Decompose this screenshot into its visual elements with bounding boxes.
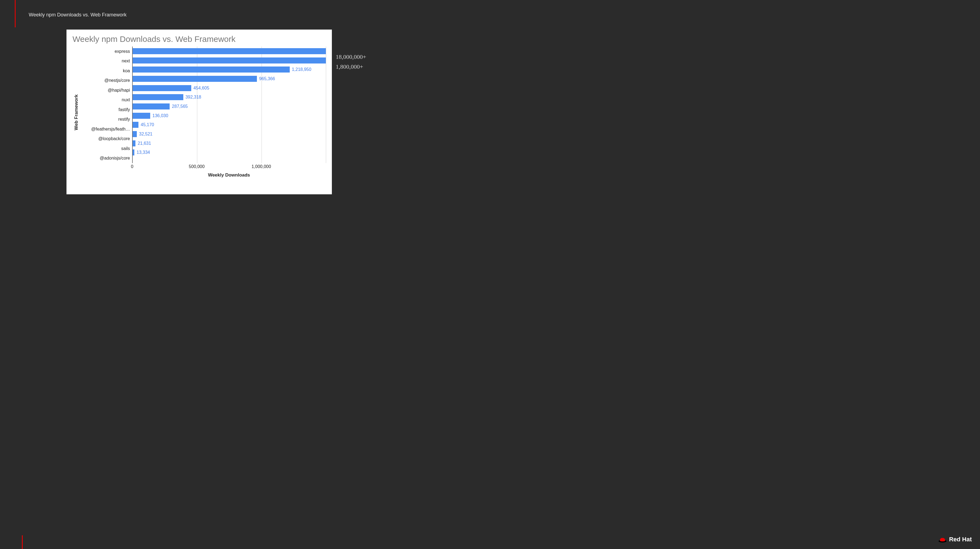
bar-value-label: 1,218,950 — [292, 67, 311, 72]
slide-title: Weekly npm Downloads vs. Web Framework — [29, 12, 126, 18]
bar-row: 32,521 — [133, 131, 326, 137]
bar — [133, 67, 290, 73]
annotation-next: 1,800,000+ — [336, 63, 366, 70]
category-labels: expressnextkoa@nestjs/core@hapi/hapinuxt… — [80, 46, 132, 163]
category-label: nuxt — [80, 97, 130, 102]
bar-row: 21,631 — [133, 140, 326, 146]
bar-value-label: 136,030 — [153, 113, 168, 118]
x-tick: 500,000 — [189, 164, 205, 169]
bar-row: 1,218,950 — [133, 67, 326, 73]
accent-bar-top — [15, 0, 16, 27]
bar-value-label: 287,565 — [172, 104, 188, 109]
bar — [133, 113, 150, 119]
y-axis-label: Web Framework — [73, 57, 80, 167]
redhat-logo-text: Red Hat — [949, 536, 972, 543]
x-axis-ticks: 0500,0001,000,000 — [132, 163, 326, 171]
bar-row: 454,605 — [133, 85, 326, 91]
category-label: sails — [80, 146, 130, 151]
bar-row — [133, 57, 326, 64]
bar — [133, 122, 138, 128]
bar-row: 13,334 — [133, 150, 326, 156]
chart-title: Weekly npm Downloads vs. Web Framework — [73, 35, 326, 44]
bar — [133, 131, 137, 137]
category-label: @hapi/hapi — [80, 88, 130, 93]
bar — [133, 57, 326, 64]
x-tick: 0 — [131, 164, 134, 169]
bar-value-label: 392,318 — [186, 95, 201, 100]
category-label: express — [80, 49, 130, 54]
bar — [133, 103, 170, 110]
category-label: restify — [80, 117, 130, 122]
bar-row — [133, 48, 326, 54]
category-label: koa — [80, 68, 130, 73]
chart-plot: Web Framework expressnextkoa@nestjs/core… — [73, 46, 326, 178]
bar — [133, 48, 326, 54]
bar — [133, 140, 135, 146]
x-tick: 1,000,000 — [251, 164, 271, 169]
bar-value-label: 13,334 — [137, 150, 150, 155]
category-label: @adonisjs/core — [80, 156, 130, 161]
bar-value-label: 45,170 — [141, 123, 154, 127]
bar-value-label: 454,605 — [193, 86, 209, 91]
bar-value-label: 32,521 — [139, 132, 153, 137]
category-label: @feathersjs/feath… — [80, 127, 130, 132]
annotation-express: 18,000,000+ — [336, 53, 366, 60]
bar — [133, 76, 257, 82]
redhat-hat-icon — [938, 536, 947, 543]
bars-track: 1,218,950965,366454,605392,318287,565136… — [132, 46, 326, 163]
side-annotations: 18,000,000+ 1,800,000+ — [336, 53, 366, 73]
category-label: @loopback/core — [80, 136, 130, 141]
chart-card: Weekly npm Downloads vs. Web Framework W… — [67, 30, 332, 194]
bar-row: 287,565 — [133, 103, 326, 110]
accent-bar-bottom — [22, 535, 23, 549]
category-label: @nestjs/core — [80, 78, 130, 83]
bar-row: 45,170 — [133, 122, 326, 128]
bar-row: 136,030 — [133, 113, 326, 119]
bar — [133, 85, 191, 91]
bar — [133, 150, 134, 156]
bar-row: 392,318 — [133, 94, 326, 100]
redhat-logo: Red Hat — [938, 536, 972, 543]
category-label: next — [80, 59, 130, 64]
bar — [133, 94, 183, 100]
bar-value-label: 965,366 — [259, 76, 275, 81]
bar-value-label: 21,631 — [138, 141, 151, 146]
category-label: fastify — [80, 107, 130, 112]
x-axis-label: Weekly Downloads — [132, 172, 326, 178]
bar-row: 965,366 — [133, 76, 326, 82]
